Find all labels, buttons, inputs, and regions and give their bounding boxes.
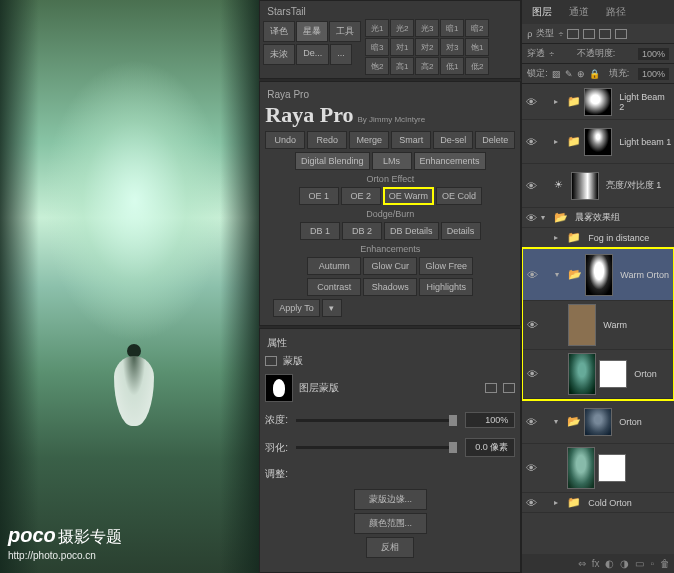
- preset-button[interactable]: 暗2: [465, 19, 489, 37]
- new-layer-icon[interactable]: ▫: [650, 558, 654, 569]
- filter-icon[interactable]: [567, 29, 579, 39]
- glow-cur-button[interactable]: Glow Cur: [363, 257, 417, 275]
- undo-button[interactable]: Undo: [265, 131, 305, 149]
- filter-type[interactable]: 类型: [536, 27, 554, 40]
- preset-button[interactable]: 光2: [390, 19, 414, 37]
- tab[interactable]: 工具: [329, 21, 361, 42]
- autumn-button[interactable]: Autumn: [307, 257, 361, 275]
- apply-target[interactable]: ▾: [322, 299, 342, 317]
- tab[interactable]: 译色: [263, 21, 295, 42]
- oe2-button[interactable]: OE 2: [341, 187, 381, 205]
- visibility-toggle[interactable]: 👁: [524, 462, 538, 474]
- layer-row[interactable]: 👁 ▾📂 Warm Orton: [523, 249, 673, 301]
- layer-row[interactable]: 👁: [522, 444, 674, 493]
- link-icon[interactable]: ⇔: [578, 558, 586, 569]
- color-range-button[interactable]: 颜色范围...: [354, 513, 428, 534]
- mask-edge-button[interactable]: 蒙版边缘...: [354, 489, 428, 510]
- db2-button[interactable]: DB 2: [342, 222, 382, 240]
- group-icon[interactable]: ▭: [635, 558, 644, 569]
- tab-channels[interactable]: 通道: [561, 2, 597, 22]
- group-row[interactable]: 👁 ▸📁 Cold Orton: [522, 493, 674, 513]
- preset-button[interactable]: 低1: [440, 57, 464, 75]
- visibility-toggle[interactable]: 👁: [524, 96, 538, 108]
- lock-icon[interactable]: ✎: [565, 69, 573, 79]
- fx-icon[interactable]: fx: [592, 558, 600, 569]
- tab-layers[interactable]: 图层: [524, 2, 560, 22]
- visibility-toggle[interactable]: 👁: [525, 319, 539, 331]
- tab[interactable]: 星暴: [296, 21, 328, 42]
- delete-button[interactable]: Delete: [475, 131, 515, 149]
- glow-free-button[interactable]: Glow Free: [419, 257, 473, 275]
- preset-button[interactable]: 光1: [365, 19, 389, 37]
- tab-paths[interactable]: 路径: [598, 2, 634, 22]
- preset-button[interactable]: 低2: [465, 57, 489, 75]
- feather-slider[interactable]: [296, 446, 457, 449]
- density-value[interactable]: 100%: [465, 412, 515, 428]
- preset-button[interactable]: 暗1: [440, 19, 464, 37]
- fill-value[interactable]: 100%: [638, 68, 669, 80]
- tab-digital-blending[interactable]: Digital Blending: [295, 152, 370, 170]
- shadows-button[interactable]: Shadows: [363, 278, 417, 296]
- preset-button[interactable]: 对2: [415, 38, 439, 56]
- lock-icon[interactable]: 🔒: [589, 69, 600, 79]
- details-button[interactable]: Details: [441, 222, 481, 240]
- db1-button[interactable]: DB 1: [300, 222, 340, 240]
- preset-button[interactable]: 高2: [415, 57, 439, 75]
- blend-mode[interactable]: 穿透: [527, 47, 545, 60]
- layer-row[interactable]: 👁 ▸📁 Light Beam 2: [522, 84, 674, 120]
- layer-row[interactable]: 👁 Warm: [523, 301, 673, 350]
- feather-value[interactable]: 0.0 像素: [465, 438, 515, 457]
- visibility-toggle[interactable]: 👁: [524, 180, 538, 192]
- tab[interactable]: De...: [296, 44, 329, 65]
- preset-button[interactable]: 对3: [440, 38, 464, 56]
- preset-button[interactable]: 饱1: [465, 38, 489, 56]
- group-row[interactable]: 👁 ▾📂 晨雾效果组: [522, 208, 674, 228]
- lock-icon[interactable]: ▨: [552, 69, 561, 79]
- layer-row[interactable]: 👁 ▾📂 Orton: [522, 400, 674, 444]
- filter-icon[interactable]: [615, 29, 627, 39]
- visibility-toggle[interactable]: 👁: [524, 416, 538, 428]
- trash-icon[interactable]: 🗑: [660, 558, 670, 569]
- contrast-button[interactable]: Contrast: [307, 278, 361, 296]
- group-row[interactable]: ▸📁 Fog in distance: [522, 228, 674, 248]
- preset-button[interactable]: 高1: [390, 57, 414, 75]
- layer-row[interactable]: 👁 Orton: [523, 350, 673, 399]
- invert-button[interactable]: 反相: [366, 537, 414, 558]
- mask-vector-icon[interactable]: [503, 383, 515, 393]
- oe-warm-button[interactable]: OE Warm: [383, 187, 434, 205]
- mask-icon[interactable]: ◐: [605, 558, 614, 569]
- db-details-button[interactable]: DB Details: [384, 222, 439, 240]
- tab[interactable]: ...: [330, 44, 352, 65]
- visibility-toggle[interactable]: 👁: [524, 497, 538, 509]
- oe-cold-button[interactable]: OE Cold: [436, 187, 482, 205]
- visibility-toggle[interactable]: 👁: [525, 368, 539, 380]
- highlights-button[interactable]: Highlights: [419, 278, 473, 296]
- density-slider[interactable]: [296, 419, 457, 422]
- opacity-value[interactable]: 100%: [638, 48, 669, 60]
- apply-to-button[interactable]: Apply To: [273, 299, 319, 317]
- layer-row[interactable]: 👁 ▸📁 Light beam 1: [522, 120, 674, 164]
- adjustment-icon[interactable]: ◑: [620, 558, 629, 569]
- mask-mode-icon[interactable]: [265, 356, 277, 366]
- oe1-button[interactable]: OE 1: [299, 187, 339, 205]
- visibility-toggle[interactable]: 👁: [525, 269, 539, 281]
- smart-button[interactable]: Smart: [391, 131, 431, 149]
- filter-icon[interactable]: [599, 29, 611, 39]
- visibility-toggle[interactable]: 👁: [524, 136, 538, 148]
- preset-button[interactable]: 对1: [390, 38, 414, 56]
- filter-icon[interactable]: [583, 29, 595, 39]
- desel-button[interactable]: De-sel: [433, 131, 473, 149]
- redo-button[interactable]: Redo: [307, 131, 347, 149]
- visibility-toggle[interactable]: 👁: [524, 212, 538, 224]
- tab-lms[interactable]: LMs: [372, 152, 412, 170]
- tab-enhancements[interactable]: Enhancements: [414, 152, 486, 170]
- preset-button[interactable]: 光3: [415, 19, 439, 37]
- mask-pixel-icon[interactable]: [485, 383, 497, 393]
- preset-button[interactable]: 暗3: [365, 38, 389, 56]
- preset-button[interactable]: 饱2: [365, 57, 389, 75]
- merge-button[interactable]: Merge: [349, 131, 389, 149]
- layer-row[interactable]: 👁 ☀ 亮度/对比度 1: [522, 164, 674, 208]
- lock-icon[interactable]: ⊕: [577, 69, 585, 79]
- tab[interactable]: 未浓: [263, 44, 295, 65]
- mask-thumbnail[interactable]: [265, 374, 293, 402]
